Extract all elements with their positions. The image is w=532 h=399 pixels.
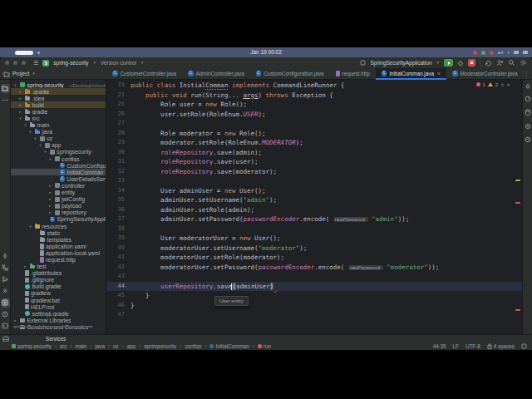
breadcrumb-item[interactable]: spring-security: [12, 343, 52, 349]
tree-row[interactable]: ▸jwtConfig: [11, 196, 106, 203]
prev-problem-icon[interactable]: ∧: [500, 81, 504, 87]
tree-row[interactable]: ▾resources: [11, 223, 106, 229]
code-line[interactable]: 39 User moderatorUser = new User();: [106, 234, 522, 244]
code-editor[interactable]: 15public class InitialComman implements …: [106, 80, 522, 334]
chevron-collapsed-icon[interactable]: ▸: [48, 210, 52, 214]
tree-row[interactable]: CUserDetailsServiceImp: [11, 175, 106, 182]
code-line[interactable]: 37 adminUser.setPassword(passwordEncoder…: [106, 214, 522, 224]
editor-tab[interactable]: CCustomerController.java: [106, 68, 182, 79]
chevron-expanded-icon[interactable]: ▾: [38, 143, 42, 147]
code-line[interactable]: 30 roleRepository.save(admin);: [106, 148, 522, 158]
code-line[interactable]: 27: [106, 119, 522, 129]
tree-row[interactable]: HELP.md: [11, 303, 106, 310]
chevron-expanded-icon[interactable]: ▾: [18, 116, 22, 121]
next-problem-icon[interactable]: ∨: [507, 81, 510, 87]
inspections-widget[interactable]: 1 2 ∧ ∨: [476, 81, 511, 87]
line-ending-indicator[interactable]: LF: [453, 343, 459, 349]
chevron-expanded-icon[interactable]: ▾: [23, 123, 27, 127]
code-line[interactable]: 29 moderator.setRole(RoleEnum.MODERATOR)…: [106, 138, 522, 148]
endpoints-tool-icon[interactable]: [525, 123, 531, 130]
code-line[interactable]: 44 userRepository.save(adminUser): [106, 282, 522, 292]
code-line[interactable]: 33: [106, 176, 522, 186]
breadcrumb-item[interactable]: configs: [185, 343, 201, 349]
project-panel-header[interactable]: Project ▼: [0, 68, 106, 80]
tree-row[interactable]: static: [11, 229, 106, 236]
code-line[interactable]: 28 Role moderator = new Role();: [106, 129, 522, 139]
vcs-selector[interactable]: Version control: [101, 60, 136, 66]
tree-row[interactable]: ▸build: [11, 101, 106, 108]
tree-row[interactable]: settings.gradle: [11, 310, 106, 317]
chevron-collapsed-icon[interactable]: ▸: [48, 197, 52, 201]
sync-icon[interactable]: [485, 59, 492, 66]
tree-row[interactable]: ▸payload: [11, 203, 106, 209]
vcs-branch-icon[interactable]: [1, 275, 10, 284]
tree-row[interactable]: ▾app: [11, 142, 106, 149]
maximize-window-button[interactable]: [22, 61, 26, 65]
breadcrumb-item[interactable]: uz: [113, 343, 119, 349]
database-tool-icon[interactable]: [525, 109, 531, 116]
tree-row[interactable]: CCustomConfiguration: [11, 162, 106, 169]
chevron-collapsed-icon[interactable]: ▸: [18, 103, 22, 107]
ide-status-icon[interactable]: [521, 343, 527, 349]
stop-button[interactable]: [468, 59, 475, 66]
tree-row[interactable]: ▸.idea: [11, 95, 106, 101]
tree-row[interactable]: ▾configs: [11, 155, 106, 162]
tray-app-icon-1[interactable]: [473, 51, 477, 55]
tree-row[interactable]: application-local.yaml: [11, 249, 106, 256]
code-line[interactable]: 36 adminUser.setRole(admin);: [106, 205, 522, 215]
volume-icon[interactable]: [514, 51, 519, 54]
code-line[interactable]: 42 moderatorUser.setPassword(passwordEnc…: [106, 263, 522, 273]
tray-app-icon-2[interactable]: [481, 51, 485, 55]
chevron-expanded-icon[interactable]: ▾: [28, 130, 32, 134]
problems-tool-icon[interactable]: [1, 310, 10, 319]
tree-row[interactable]: ▾uz: [11, 135, 106, 142]
code-line[interactable]: 41 moderatorUser.setRole(moderator);: [106, 253, 522, 263]
structure-tool-icon[interactable]: [1, 264, 10, 273]
tree-row[interactable]: application.yaml: [11, 243, 106, 249]
tree-row[interactable]: .gitattributes: [11, 270, 106, 277]
tree-row[interactable]: ▾src: [11, 115, 106, 121]
run-button[interactable]: [444, 59, 453, 66]
project-tool-icon[interactable]: [1, 84, 10, 93]
breadcrumb-item[interactable]: springsecurity: [144, 343, 176, 349]
debug-bug-icon[interactable]: [457, 60, 464, 66]
build-tool-icon[interactable]: [1, 287, 10, 296]
tree-row[interactable]: ▾main: [11, 122, 106, 129]
tree-row[interactable]: ▸entity: [11, 190, 106, 196]
breadcrumb-item[interactable]: app: [127, 343, 136, 349]
chevron-expanded-icon[interactable]: ▾: [48, 157, 52, 161]
system-clock[interactable]: Jan 19 00:02: [250, 47, 282, 57]
code-line[interactable]: 45 }: [106, 291, 522, 301]
code-line[interactable]: 40 moderatorUser.setUsername("moderator"…: [106, 244, 522, 254]
chevron-collapsed-icon[interactable]: ▸: [18, 110, 22, 114]
close-tab-icon[interactable]: ×: [437, 71, 441, 76]
notifications-bell-icon[interactable]: [525, 82, 531, 89]
code-line[interactable]: 46}: [106, 301, 522, 311]
chevron-collapsed-icon[interactable]: ▸: [18, 90, 22, 94]
chevron-expanded-icon[interactable]: ▾: [33, 136, 37, 140]
battery-icon[interactable]: [523, 51, 528, 54]
caret-position[interactable]: 44:35: [433, 343, 446, 349]
breadcrumb-item[interactable]: InitialComman: [209, 343, 249, 349]
tree-row[interactable]: .gitignore: [11, 277, 106, 283]
close-window-button[interactable]: [5, 61, 9, 65]
more-tools-icon[interactable]: [1, 96, 10, 105]
code-line[interactable]: 21 public void run(String... args) throw…: [106, 91, 522, 101]
tree-row[interactable]: ▾spring-security~/Desktop/checkup/spring…: [11, 81, 106, 88]
search-icon[interactable]: [508, 59, 515, 66]
commit-tool-icon[interactable]: [1, 252, 10, 261]
tree-row[interactable]: ▸External Libraries: [11, 317, 106, 323]
code-line[interactable]: 38: [106, 224, 522, 234]
tree-row[interactable]: gradlew: [11, 290, 106, 297]
project-selector[interactable]: spring-security: [53, 60, 88, 66]
chevron-expanded-icon[interactable]: ▾: [43, 150, 47, 154]
code-line[interactable]: 31 roleRepository.save(user);: [106, 157, 522, 167]
code-line[interactable]: 47: [106, 310, 522, 320]
project-tree[interactable]: ▾spring-security~/Desktop/checkup/spring…: [11, 80, 106, 334]
chevron-collapsed-icon[interactable]: ▸: [18, 96, 22, 101]
encoding-indicator[interactable]: UTF-8: [466, 343, 480, 349]
chevron-collapsed-icon[interactable]: ▸: [48, 190, 52, 195]
tree-horizontal-scrollbar[interactable]: [13, 326, 93, 328]
run-configuration-selector[interactable]: SpringSecurityApplication: [370, 60, 431, 66]
tree-row[interactable]: ▸repository: [11, 209, 106, 216]
